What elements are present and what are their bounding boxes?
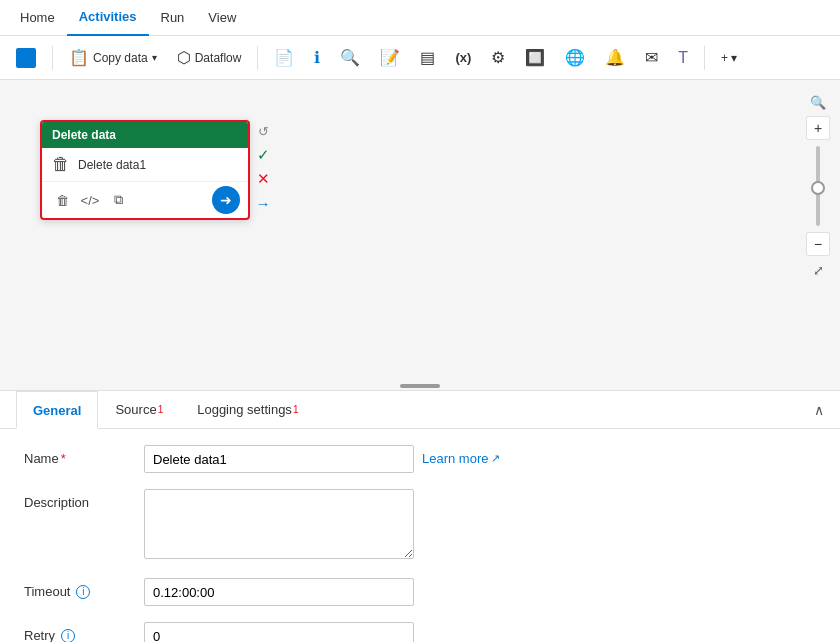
timeout-label: Timeout i (24, 578, 144, 599)
activity-node[interactable]: Delete data 🗑 Delete data1 🗑 </> ⧉ ➜ (40, 120, 250, 220)
table-icon: ▤ (420, 48, 435, 67)
text-icon: 📝 (380, 48, 400, 67)
info-icon: ℹ (314, 48, 320, 67)
props-panel: General Source1 Logging settings1 ∧ Name… (0, 390, 840, 642)
toolbar-web-btn[interactable]: 🌐 (557, 44, 593, 71)
name-label: Name* (24, 445, 144, 466)
description-label: Description (24, 489, 144, 510)
name-form-row: Name* Learn more ↗ (24, 445, 816, 473)
zoom-out-btn[interactable]: − (806, 232, 830, 256)
variable-icon: 🔲 (525, 48, 545, 67)
zoom-slider-thumb[interactable] (811, 181, 825, 195)
retry-label: Retry i (24, 622, 144, 642)
activity-body: 🗑 Delete data1 (42, 148, 248, 182)
menu-home[interactable]: Home (8, 0, 67, 36)
copy-data-icon: 📋 (69, 48, 89, 67)
web-icon: 🌐 (565, 48, 585, 67)
menu-view[interactable]: View (196, 0, 248, 36)
retry-control (144, 622, 816, 642)
dataflow-icon: ⬡ (177, 48, 191, 67)
form-area: Name* Learn more ↗ Description Timeout (0, 429, 840, 642)
tab-logging-badge: 1 (293, 404, 299, 415)
code-btn[interactable]: </> (78, 188, 102, 212)
toolbar-text-btn[interactable]: 📝 (372, 44, 408, 71)
delete-node-btn[interactable]: 🗑 (50, 188, 74, 212)
props-tabs-left: General Source1 Logging settings1 (16, 391, 315, 429)
canvas-search-btn[interactable]: 🔍 (806, 90, 830, 114)
notification-icon: 🔔 (605, 48, 625, 67)
copy-data-chevron: ▾ (152, 52, 157, 63)
toolbar: 📋 Copy data ▾ ⬡ Dataflow 📄 ℹ 🔍 📝 ▤ (x) ⚙… (0, 36, 840, 80)
toolbar-table-btn[interactable]: ▤ (412, 44, 443, 71)
dataflow-label: Dataflow (195, 51, 242, 65)
name-required-star: * (61, 451, 66, 466)
tab-source[interactable]: Source1 (98, 391, 180, 429)
menu-bar: Home Activities Run View (0, 0, 840, 36)
toolbar-email-btn[interactable]: ✉ (637, 44, 666, 71)
expand-btn[interactable]: ⤢ (806, 258, 830, 282)
activity-node-name: Delete data1 (78, 158, 146, 172)
dataflow-btn[interactable]: ⬡ Dataflow (169, 44, 250, 71)
retry-info-icon[interactable]: i (61, 629, 75, 643)
tab-source-badge: 1 (158, 404, 164, 415)
description-input[interactable] (144, 489, 414, 559)
timeout-input[interactable] (144, 578, 414, 606)
toolbar-teams-btn[interactable]: T (670, 45, 696, 71)
tab-logging[interactable]: Logging settings1 (180, 391, 315, 429)
toolbar-param-btn[interactable]: (x) (447, 46, 479, 69)
document-icon: 📄 (274, 48, 294, 67)
timeout-info-icon[interactable]: i (76, 585, 90, 599)
toolbar-separator-3 (704, 46, 705, 70)
menu-run[interactable]: Run (149, 0, 197, 36)
timeout-control (144, 578, 816, 606)
copy-data-btn[interactable]: 📋 Copy data ▾ (61, 44, 165, 71)
canvas-area: Delete data 🗑 Delete data1 🗑 </> ⧉ ➜ ↺ ✓… (0, 80, 840, 390)
timeout-form-row: Timeout i (24, 578, 816, 606)
email-icon: ✉ (645, 48, 658, 67)
tab-source-label: Source (115, 402, 156, 417)
toolbar-separator-1 (52, 46, 53, 70)
collapse-bar (400, 384, 440, 388)
toolbar-separator-2 (257, 46, 258, 70)
tab-general[interactable]: General (16, 391, 98, 429)
copy-data-label: Copy data (93, 51, 148, 65)
activity-footer: 🗑 </> ⧉ ➜ (42, 182, 248, 218)
toolbar-variable-btn[interactable]: 🔲 (517, 44, 553, 71)
toolbar-more-btn[interactable]: + ▾ (713, 47, 745, 69)
activity-title: Delete data (52, 128, 116, 142)
zoom-controls: 🔍 + − ⤢ (806, 90, 830, 282)
panel-collapse-btn[interactable]: ∧ (814, 402, 824, 418)
zoom-in-btn[interactable]: + (806, 116, 830, 140)
node-actions: ↺ ✓ ✕ → (252, 120, 274, 214)
toolbar-search-btn[interactable]: 🔍 (332, 44, 368, 71)
refresh-action-btn[interactable]: ↺ (252, 120, 274, 142)
copy-node-btn[interactable]: ⧉ (106, 188, 130, 212)
collapse-handle[interactable] (398, 382, 442, 390)
pipeline-icon: ⚙ (491, 48, 505, 67)
description-control (144, 489, 816, 562)
close-action-btn[interactable]: ✕ (252, 168, 274, 190)
external-link-icon: ↗ (491, 452, 500, 465)
retry-input[interactable] (144, 622, 414, 642)
retry-form-row: Retry i (24, 622, 816, 642)
search-icon: 🔍 (340, 48, 360, 67)
props-tabs: General Source1 Logging settings1 ∧ (0, 391, 840, 429)
go-btn[interactable]: ➜ (212, 186, 240, 214)
learn-more-label: Learn more (422, 451, 488, 466)
app-icon-btn[interactable] (8, 44, 44, 72)
description-form-row: Description (24, 489, 816, 562)
toolbar-pipeline-btn[interactable]: ⚙ (483, 44, 513, 71)
menu-activities[interactable]: Activities (67, 0, 149, 36)
app-icon (16, 48, 36, 68)
check-action-btn[interactable]: ✓ (252, 144, 274, 166)
learn-more-link[interactable]: Learn more ↗ (422, 445, 500, 466)
arrow-action-btn[interactable]: → (252, 192, 274, 214)
name-input[interactable] (144, 445, 414, 473)
activity-header: Delete data (42, 122, 248, 148)
tab-general-label: General (33, 403, 81, 418)
param-icon: (x) (455, 50, 471, 65)
toolbar-notif-btn[interactable]: 🔔 (597, 44, 633, 71)
toolbar-info-btn[interactable]: ℹ (306, 44, 328, 71)
toolbar-icon-1-btn[interactable]: 📄 (266, 44, 302, 71)
trash-icon: 🗑 (52, 154, 70, 175)
